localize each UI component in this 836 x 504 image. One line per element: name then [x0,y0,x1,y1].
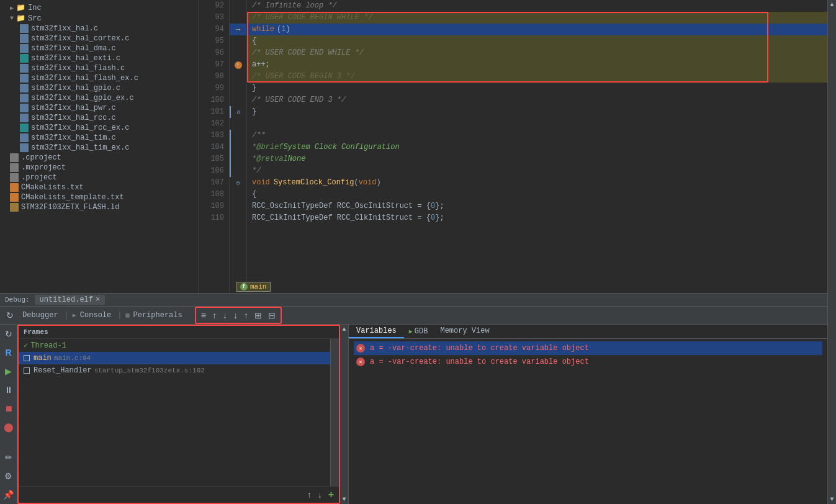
arrow-indicator: → [236,25,240,34]
debug-btn-toggle[interactable]: ⊟ [266,309,278,322]
tab-memory-view[interactable]: Memory View [433,325,497,338]
breakpoint-warning-icon: ! [235,61,242,69]
list-item[interactable]: STM32F103ZETX_FLASH.ld [0,202,198,212]
code-line-92: /* Infinite loop */ [247,0,827,12]
code-line-105: * @retval None [247,153,827,165]
list-item[interactable]: .cproject [0,153,198,163]
list-item[interactable]: CMakeLists_template.txt [0,192,198,202]
frames-panel: Frames ✓ Thread-1 main main.c:94 [17,325,340,504]
code-line-110: RCC_ClkInitTypeDef RCC_ClkInitStruct = {… [247,212,827,224]
list-item[interactable]: stm32flxx_hal_gpio.c [0,83,198,93]
frame-up-button[interactable]: ↑ [305,488,314,501]
close-debug-tab-button[interactable]: × [96,295,100,304]
tooltip-box: f main [247,282,271,292]
code-line-108: { [247,189,827,200]
tab-console-label: Console [78,310,114,321]
debug-btn-step-into[interactable]: ↓ [220,309,230,322]
frames-right-scroll[interactable]: ▲ ▼ [340,325,349,504]
bottom-panel: Debug: untitled.elf × ↻ Debugger | ▶ Con… [0,293,836,504]
list-item[interactable]: stm32flxx_hal_dma.c [0,43,198,53]
list-item[interactable]: CMakeLists.txt [0,182,198,192]
list-item[interactable]: stm32flxx_hal_exti.c [0,53,198,63]
list-item[interactable]: stm32flxx_hal_flash_ex.c [0,73,198,83]
gutter: → ! ⊖ [230,0,247,293]
action-stop-button[interactable]: ⏹ [2,402,15,415]
list-item[interactable]: stm32flxx_hal_gpio_ex.c [0,93,198,103]
var-error-1[interactable]: ✕ a = -var-create: unable to create vari… [354,341,822,355]
debug-label: Debug: [5,296,30,304]
code-editor[interactable]: 92 93 94 95 96 97 98 99 100 101 102 103 … [199,0,836,293]
debug-file-tab[interactable]: untitled.elf × [35,295,106,305]
code-line-94: while ( 1 ) [247,24,827,35]
debug-refresh-button[interactable]: ↻ [5,309,15,322]
action-settings-button[interactable]: ⚙ [2,469,14,483]
var-tabs: Variables ▶ GDB Memory View [349,325,827,339]
extra-scroll[interactable]: ▲ ▼ [827,325,836,504]
collapse-btn[interactable]: ⊖ [236,109,240,116]
list-item[interactable]: stm32flxx_hal_tim_ex.c [0,143,198,153]
tab-peripherals-label: Peripherals [131,310,185,321]
tab-gdb[interactable]: ▶ GDB [404,325,433,338]
code-line-97: a++; [247,59,827,71]
error-icon-2: ✕ [356,358,365,366]
action-edit-button[interactable]: ✏ [3,451,14,464]
debug-btn-grid[interactable]: ⊞ [252,309,264,322]
frame-down-button[interactable]: ↓ [315,488,325,501]
sidebar-item-src[interactable]: ▼ 📁 Src [0,13,198,24]
error-icon-1: ✕ [356,344,365,353]
left-action-bar: ↻ R ▶ ⏸ ⏹ ⬤ ✏ ⚙ 📌 [0,325,17,504]
frame-item-thread[interactable]: ✓ Thread-1 [19,339,330,352]
action-pin-button[interactable]: 📌 [1,488,16,502]
list-item[interactable]: stm32flxx_hal_tim.c [0,133,198,143]
tab-debugger[interactable]: Debugger [17,310,63,321]
list-item[interactable]: stm32flxx_hal.c [0,24,198,34]
action-record-button[interactable]: ⬤ [2,420,16,434]
code-line-95: { [247,35,827,47]
action-r-button[interactable]: R [3,346,13,359]
debug-file-name: untitled.elf [40,295,93,304]
frame-nav-controls: ↑ ↓ + [19,486,339,503]
main-layout: ▶ 📁 Inc ▼ 📁 Src stm32flxx_hal.c stm32flx… [0,0,836,504]
action-refresh-button[interactable]: ↻ [3,327,14,341]
debug-btn-up-arrow[interactable]: ↑ [210,309,219,322]
code-lines: /* Infinite loop */ /* USER CODE BEGIN W… [247,0,827,293]
action-pause-button[interactable]: ⏸ [2,383,15,397]
list-item[interactable]: stm32flxx_hal_cortex.c [0,34,198,43]
action-play-button[interactable]: ▶ [3,364,14,378]
code-line-100: /* USER CODE END 3 */ [247,94,827,106]
code-line-104: * @brief System Clock Configuration [247,142,827,153]
list-item[interactable]: stm32flxx_hal_rcc_ex.c [0,123,198,133]
frames-list: ✓ Thread-1 main main.c:94 Reset_Hand [19,339,330,486]
code-line-93: /* USER CODE BEGIN WHILE */ [247,12,827,24]
list-item[interactable]: stm32flxx_hal_pwr.c [0,103,198,113]
sidebar-item-inc[interactable]: ▶ 📁 Inc [0,2,198,13]
list-item[interactable]: stm32flxx_hal_rcc.c [0,113,198,123]
tab-console[interactable]: ▶ Console [70,308,116,322]
collapse-btn2[interactable]: ⊖ [236,179,240,187]
code-line-109: RCC_OscInitTypeDef RCC_OscInitStruct = {… [247,200,827,212]
code-line-96: /* USER CODE END WHILE */ [247,47,827,59]
frame-item-reset[interactable]: Reset_Handler startup_stm32f103zetx.s:10… [19,364,330,377]
frame-item-main[interactable]: main main.c:94 [19,352,330,364]
top-area: ▶ 📁 Inc ▼ 📁 Src stm32flxx_hal.c stm32flx… [0,0,836,293]
list-item[interactable]: .project [0,173,198,182]
var-error-2[interactable]: ✕ a = -var-create: unable to create vari… [354,355,822,369]
frame-add-button[interactable]: + [326,488,336,502]
code-line-107: void SystemClock_Config ( void ) [247,177,827,189]
code-line-103: /** [247,130,827,142]
debug-btn-run[interactable]: ↑ [241,309,251,322]
variables-content: ✕ a = -var-create: unable to create vari… [349,339,827,504]
variables-panel: Variables ▶ GDB Memory View ✕ a = -var-c… [349,325,827,504]
code-line-98: /* USER CODE BEGIN 3 */ [247,71,827,83]
tab-variables[interactable]: Variables [349,325,404,338]
frames-header: Frames [19,326,339,339]
debug-tabs-row: ↻ Debugger | ▶ Console | ▦ Peripherals ≡… [0,307,836,325]
list-item[interactable]: .mxproject [0,163,198,173]
tooltip-icon: f [247,283,248,290]
tab-peripherals[interactable]: ▦ Peripherals [123,308,187,322]
editor-area: 92 93 94 95 96 97 98 99 100 101 102 103 … [199,0,836,293]
debug-btn-hamburger[interactable]: ≡ [199,309,209,322]
list-item[interactable]: stm32flxx_hal_flash.c [0,63,198,73]
code-line-101: } [247,106,827,118]
debug-btn-step-out[interactable]: ↓ [231,309,240,322]
